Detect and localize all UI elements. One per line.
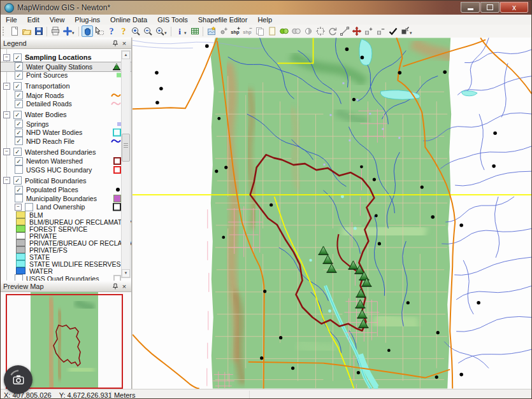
layer-visibility-checkbox[interactable] bbox=[15, 165, 23, 174]
snapshot-button[interactable] bbox=[206, 25, 217, 37]
shapefile-add-button[interactable]: shp bbox=[230, 25, 241, 37]
expander-icon[interactable]: − bbox=[15, 204, 22, 211]
legend-layer-watershed-boundaries[interactable]: −✓Watershed Boundaries bbox=[1, 147, 131, 157]
legend-layer-major-roads[interactable]: ✓Major Roads bbox=[1, 91, 131, 100]
layer-visibility-checkbox[interactable]: ✓ bbox=[13, 176, 22, 185]
camera-lens-button[interactable] bbox=[4, 365, 32, 394]
legend-layer-transportation[interactable]: −✓Transportation bbox=[1, 81, 131, 91]
legend-chip-private-fs[interactable]: PRIVATE/FS bbox=[1, 246, 131, 253]
legend-layer-municipality-boundaries[interactable]: Municipality Boundaries bbox=[1, 194, 131, 203]
new-project-button[interactable] bbox=[9, 25, 20, 37]
scroll-down-icon[interactable]: ▼ bbox=[122, 269, 130, 277]
erase-half-button[interactable] bbox=[303, 25, 314, 37]
expander-icon[interactable]: − bbox=[3, 83, 10, 90]
legend-layer-nhd-water-bodies[interactable]: ✓NHD Water Bodies bbox=[1, 129, 131, 137]
vertex-remove-button[interactable] bbox=[375, 25, 387, 37]
menu-shapefile-editor[interactable]: Shapefile Editor bbox=[193, 15, 253, 24]
menu-help[interactable]: Help bbox=[252, 15, 277, 24]
apply-check-button[interactable] bbox=[387, 25, 399, 37]
snap-mode-button[interactable] bbox=[399, 25, 411, 37]
pan-button[interactable] bbox=[82, 25, 93, 37]
layer-visibility-checkbox[interactable]: ✓ bbox=[15, 129, 23, 137]
layer-visibility-checkbox[interactable]: ✓ bbox=[15, 100, 23, 108]
close-icon[interactable]: × bbox=[120, 39, 129, 47]
legend-layer-nhd-reach-file[interactable]: ✓NHD Reach File bbox=[1, 137, 131, 146]
help-context-button[interactable]: ? bbox=[118, 25, 129, 37]
legend-layer-water-quality-stations[interactable]: ✓Water Quality Stations bbox=[1, 62, 131, 71]
scroll-up-icon[interactable]: ▲ bbox=[122, 51, 130, 59]
menu-online-data[interactable]: Online Data bbox=[105, 15, 152, 24]
legend-layer-usgs-huc-boundary[interactable]: USGS HUC Boundary bbox=[1, 165, 131, 174]
map-canvas[interactable] bbox=[133, 38, 532, 389]
layer-visibility-checkbox[interactable]: ✓ bbox=[13, 53, 22, 62]
open-project-button[interactable] bbox=[21, 25, 32, 37]
expander-icon[interactable]: − bbox=[3, 148, 10, 155]
legend-layer-usgs-quad-boundaries[interactable]: USGS Quad Boundaries bbox=[1, 274, 131, 281]
layer-visibility-checkbox[interactable]: ✓ bbox=[13, 148, 22, 156]
menu-view[interactable]: View bbox=[45, 15, 70, 24]
legend-chip-blm-bureau-of-reclamation[interactable]: BLM/BUREAU OF RECLAMATION bbox=[1, 218, 131, 225]
legend-chip-private-bureau-of-reclamati[interactable]: PRIVATE/BUREAU OF RECLAMATI bbox=[1, 239, 131, 246]
line-tool-button[interactable] bbox=[339, 25, 350, 37]
zoom-out-button[interactable] bbox=[142, 25, 154, 37]
minimize-button[interactable] bbox=[461, 2, 480, 13]
menu-gis-tools[interactable]: GIS Tools bbox=[152, 15, 193, 24]
layer-visibility-checkbox[interactable] bbox=[15, 194, 23, 202]
legend-chip-state[interactable]: STATE bbox=[1, 253, 131, 260]
legend-layer-detailed-roads[interactable]: ✓Detailed Roads bbox=[1, 100, 131, 109]
expander-icon[interactable]: − bbox=[3, 177, 10, 184]
title-bar[interactable]: MapWindow GIS - Newton* x bbox=[1, 1, 531, 15]
layer-visibility-checkbox[interactable]: ✓ bbox=[15, 157, 23, 165]
menu-plug-ins[interactable]: Plug-ins bbox=[69, 15, 105, 24]
legend-layer-point-sources[interactable]: ✓Point Sources bbox=[1, 71, 131, 80]
add-point-button[interactable] bbox=[218, 25, 229, 37]
legend-layer-newton-watershed[interactable]: ✓Newton Watershed bbox=[1, 157, 131, 166]
expander-icon[interactable]: − bbox=[3, 54, 10, 61]
select-button[interactable] bbox=[94, 25, 105, 37]
legend-chip-private[interactable]: PRIVATE bbox=[1, 232, 131, 239]
move-extents-button[interactable] bbox=[315, 25, 326, 37]
menu-file[interactable]: File bbox=[1, 15, 22, 24]
layer-visibility-checkbox[interactable] bbox=[25, 203, 33, 211]
legend-layer-populated-places[interactable]: ✓Populated Places bbox=[1, 186, 131, 195]
layer-visibility-checkbox[interactable] bbox=[15, 274, 23, 281]
merge-off-button[interactable] bbox=[291, 25, 302, 37]
zoom-extent-button[interactable] bbox=[154, 25, 166, 37]
attribute-table-button[interactable] bbox=[189, 25, 201, 37]
legend-chip-blm[interactable]: BLM bbox=[1, 211, 131, 218]
legend-scrollbar[interactable]: ▲ ▼ bbox=[121, 50, 131, 278]
layer-visibility-checkbox[interactable]: ✓ bbox=[15, 137, 23, 145]
scrollbar-thumb[interactable] bbox=[122, 134, 130, 162]
merge-on-button[interactable] bbox=[278, 25, 290, 37]
legend-layer-water-bodies[interactable]: −✓Water Bodies bbox=[1, 109, 131, 120]
legend-chip-forest-service[interactable]: FOREST SERVICE bbox=[1, 225, 131, 232]
add-layer-button[interactable] bbox=[62, 25, 73, 37]
save-project-button[interactable] bbox=[33, 25, 45, 37]
move-button[interactable] bbox=[351, 25, 363, 37]
legend-layer-political-boundaries[interactable]: −✓Political Boundaries bbox=[1, 176, 131, 186]
page-button[interactable] bbox=[266, 25, 278, 37]
layer-visibility-checkbox[interactable]: ✓ bbox=[15, 120, 23, 128]
layer-visibility-checkbox[interactable]: ✓ bbox=[13, 82, 22, 90]
menu-edit[interactable]: Edit bbox=[22, 15, 45, 24]
shapefile-remove-button[interactable]: shp bbox=[242, 25, 254, 37]
legend-layer-sampling-locations[interactable]: −✓Sampling Locations bbox=[1, 52, 131, 62]
copy-button[interactable] bbox=[254, 25, 266, 37]
legend-chip-state-wildlife-reserves[interactable]: STATE WILDLIFE RESERVES bbox=[1, 260, 131, 267]
pin-icon[interactable] bbox=[111, 282, 120, 290]
legend-layer-land-ownership[interactable]: −Land Ownership bbox=[1, 203, 131, 212]
zoom-in-button[interactable] bbox=[130, 25, 141, 37]
legend-chip-water[interactable]: WATER bbox=[1, 267, 131, 274]
close-button[interactable]: x bbox=[500, 2, 528, 13]
layer-visibility-checkbox[interactable]: ✓ bbox=[15, 186, 23, 194]
maximize-button[interactable] bbox=[480, 2, 500, 13]
layer-visibility-checkbox[interactable]: ✓ bbox=[15, 62, 23, 71]
layer-visibility-checkbox[interactable]: ✓ bbox=[15, 71, 23, 80]
close-icon[interactable]: × bbox=[120, 282, 129, 290]
rotate-button[interactable] bbox=[327, 25, 338, 37]
layer-visibility-checkbox[interactable]: ✓ bbox=[13, 111, 22, 119]
vertex-add-button[interactable] bbox=[363, 25, 375, 37]
legend-layer-springs[interactable]: ✓Springs bbox=[1, 120, 131, 129]
whats-this-button[interactable]: ? bbox=[106, 25, 117, 37]
layer-visibility-checkbox[interactable]: ✓ bbox=[15, 91, 23, 99]
